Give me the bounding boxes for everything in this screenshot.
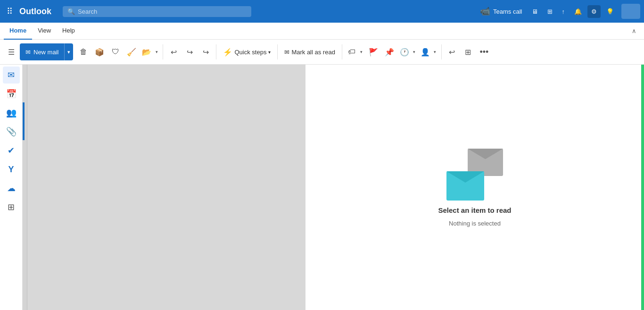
nav-calendar[interactable]: 📅 xyxy=(3,85,20,102)
empty-state-title: Select an item to read xyxy=(438,206,511,214)
expand-nav-button[interactable]: ☰ xyxy=(4,44,19,59)
left-nav: ✉ 📅 👥 📎 ✔ Y ☁ ⊞ xyxy=(0,65,23,310)
snooze-dropdown-button[interactable]: ▾ xyxy=(411,44,418,59)
share-button[interactable]: ↑ xyxy=(558,5,569,18)
search-bar[interactable]: 🔍 xyxy=(63,6,251,17)
assign-icon: 👤 xyxy=(421,48,430,57)
video-call-icon: 📹 xyxy=(480,6,490,17)
archive-icon: 📦 xyxy=(95,48,104,57)
undo2-icon: ↩ xyxy=(449,48,455,57)
switch-view-icon: ⊞ xyxy=(547,8,553,15)
sweep-icon: 🧹 xyxy=(127,48,136,57)
top-bar-right: 📹 Teams call 🖥 ⊞ ↑ 🔔 ⚙ 💡 xyxy=(476,3,640,19)
table-icon: ⊞ xyxy=(465,48,471,57)
flag-button[interactable]: 🚩 xyxy=(366,44,381,59)
folder-pane xyxy=(23,65,27,310)
ribbon-actions: ☰ ✉ New mail ▾ 🗑 📦 🛡 🧹 xyxy=(0,40,644,64)
trash-icon: 🗑 xyxy=(80,48,87,56)
mark-all-read-button[interactable]: ✉ Mark all as read xyxy=(281,44,339,59)
envelope-front xyxy=(446,171,484,201)
nav-files[interactable]: 📎 xyxy=(3,123,20,140)
hamburger-icon: ☰ xyxy=(8,48,15,57)
mark-read-icon: ✉ xyxy=(284,49,289,56)
reading-pane: Select an item to read Nothing is select… xyxy=(305,65,644,310)
forward-icon: ↪ xyxy=(203,48,209,57)
notifications-button[interactable]: 🔔 xyxy=(570,5,586,18)
tags-dropdown-button[interactable]: ▾ xyxy=(358,44,365,59)
sweep-button[interactable]: 🧹 xyxy=(124,44,139,59)
new-mail-button[interactable]: ✉ New mail xyxy=(20,43,64,60)
snooze-button[interactable]: 🕐 xyxy=(398,44,411,59)
table-button[interactable]: ⊞ xyxy=(461,44,476,59)
flag-icon: 🚩 xyxy=(369,48,378,57)
tags-button[interactable]: 🏷 xyxy=(345,44,358,59)
forward-button[interactable]: ↪ xyxy=(198,44,213,59)
delete-button[interactable]: 🗑 xyxy=(76,44,91,59)
compose-icon: ✉ xyxy=(25,49,31,56)
nav-onedrive[interactable]: ☁ xyxy=(3,180,20,197)
nav-all-apps[interactable]: ⊞ xyxy=(3,199,20,216)
move-icon: 📂 xyxy=(142,48,151,57)
empty-state: Select an item to read Nothing is select… xyxy=(438,149,511,227)
report-button[interactable]: 🛡 xyxy=(108,44,123,59)
lightning-icon: ⚡ xyxy=(223,48,232,57)
search-icon: 🔍 xyxy=(67,8,75,15)
right-edge-indicator xyxy=(641,65,644,310)
ellipsis-icon: ••• xyxy=(479,47,488,57)
divider-2 xyxy=(216,44,216,59)
folder-pane-accent xyxy=(23,102,25,140)
nav-contacts[interactable]: 👥 xyxy=(3,104,20,121)
quick-steps-dropdown-icon: ▾ xyxy=(268,50,271,55)
quick-steps-button[interactable]: ⚡ Quick steps ▾ xyxy=(219,44,274,59)
cast-button[interactable]: 🖥 xyxy=(528,5,542,18)
video-call-button[interactable]: 📹 Teams call xyxy=(476,3,526,19)
apps-grid-icon[interactable]: ⠿ xyxy=(4,3,16,19)
empty-state-subtitle: Nothing is selected xyxy=(449,220,501,227)
snooze-group: 🕐 ▾ xyxy=(398,44,418,59)
divider-5 xyxy=(441,44,442,59)
clock-icon: 🕐 xyxy=(400,48,409,57)
help-button[interactable]: 💡 xyxy=(603,5,618,18)
assign-group: 👤 ▾ xyxy=(419,44,438,59)
help-icon: 💡 xyxy=(606,8,614,15)
app-title: Outlook xyxy=(19,7,51,17)
switch-view-button[interactable]: ⊞ xyxy=(544,5,556,18)
ribbon-collapse-icon[interactable]: ∧ xyxy=(628,25,640,36)
move-button[interactable]: 📂 xyxy=(140,44,153,59)
nav-mail[interactable]: ✉ xyxy=(3,67,20,84)
divider-3 xyxy=(277,44,278,59)
settings-icon: ⚙ xyxy=(591,8,597,15)
new-mail-group: ✉ New mail ▾ xyxy=(20,43,73,60)
nav-yammer[interactable]: Y xyxy=(3,161,20,178)
tag-icon: 🏷 xyxy=(348,48,355,56)
mail-list-pane xyxy=(27,65,305,310)
search-input[interactable] xyxy=(78,8,247,15)
chevron-down-icon: ▾ xyxy=(67,49,70,55)
undo-icon: ↩ xyxy=(171,48,177,57)
move-group: 📂 ▾ xyxy=(140,44,160,59)
divider-1 xyxy=(163,44,163,59)
ribbon-tabs: Home View Help ∧ xyxy=(0,23,644,40)
user-avatar[interactable] xyxy=(621,4,640,19)
assign-button[interactable]: 👤 xyxy=(419,44,432,59)
assign-dropdown-button[interactable]: ▾ xyxy=(432,44,438,59)
undo-button[interactable]: ↩ xyxy=(166,44,181,59)
archive-button[interactable]: 📦 xyxy=(92,44,107,59)
tab-help[interactable]: Help xyxy=(57,23,81,40)
tab-home[interactable]: Home xyxy=(4,23,32,40)
bell-icon: 🔔 xyxy=(574,8,582,15)
move-dropdown-button[interactable]: ▾ xyxy=(153,44,160,59)
tab-view[interactable]: View xyxy=(32,23,57,40)
main-layout: ✉ 📅 👥 📎 ✔ Y ☁ ⊞ Select an item to read N… xyxy=(0,65,644,310)
more-options-button[interactable]: ••• xyxy=(477,44,492,59)
settings-button[interactable]: ⚙ xyxy=(587,5,601,18)
top-bar: ⠿ Outlook 🔍 📹 Teams call 🖥 ⊞ ↑ 🔔 ⚙ 💡 xyxy=(0,0,644,23)
undo2-button[interactable]: ↩ xyxy=(445,44,460,59)
report-icon: 🛡 xyxy=(112,48,119,56)
pin-button[interactable]: 📌 xyxy=(382,44,397,59)
redo-button[interactable]: ↪ xyxy=(182,44,197,59)
envelope-illustration xyxy=(446,149,503,201)
nav-tasks[interactable]: ✔ xyxy=(3,142,20,159)
new-mail-dropdown-button[interactable]: ▾ xyxy=(64,43,73,60)
divider-4 xyxy=(342,44,342,59)
